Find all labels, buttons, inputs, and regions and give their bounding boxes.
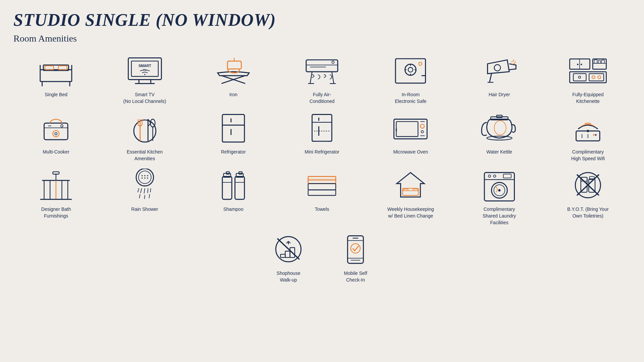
wifi-label: ComplimentaryHigh Speed Wifi — [571, 149, 605, 162]
amenity-kitchen-amenities: Essential KitchenAmenities — [102, 111, 187, 162]
svg-rect-125 — [226, 172, 229, 174]
svg-rect-138 — [404, 189, 408, 191]
svg-rect-139 — [413, 189, 418, 191]
svg-point-30 — [405, 64, 416, 75]
svg-point-49 — [577, 64, 578, 65]
svg-line-120 — [139, 194, 140, 198]
svg-rect-44 — [589, 73, 604, 81]
svg-rect-123 — [222, 177, 232, 199]
electronic-safe-icon — [390, 54, 431, 87]
amenity-mobile-checkin: Mobile SelfCheck-In — [335, 233, 376, 283]
mini-refrigerator-label: Mini Refrigerator — [305, 149, 339, 156]
svg-point-50 — [581, 64, 582, 65]
svg-point-43 — [578, 76, 581, 78]
electronic-safe-label: In-RoomElectronic Safe — [395, 92, 426, 105]
amenity-towels: Towels — [279, 169, 365, 226]
svg-text:SMART: SMART — [139, 64, 151, 68]
kitchen-amenities-label: Essential KitchenAmenities — [127, 149, 163, 162]
amenity-multi-cooker: Multi-Cooker — [13, 111, 99, 162]
bath-furnishings-icon — [36, 169, 76, 202]
svg-point-84 — [421, 124, 425, 128]
amenity-housekeeping: Weekly Housekeepingw/ Bed Linen Change — [368, 169, 453, 226]
shampoo-label: Shampoo — [223, 206, 244, 213]
microwave-label: Microwave Oven — [393, 149, 428, 156]
water-kettle-label: Water Kettle — [486, 149, 512, 156]
svg-line-117 — [144, 188, 145, 193]
smart-tv-icon: SMART TV — [124, 54, 165, 87]
svg-point-147 — [498, 189, 500, 192]
svg-line-122 — [149, 194, 149, 198]
amenity-smart-tv: SMART TV Smart TV(No Local Channels) — [102, 54, 187, 105]
svg-point-58 — [55, 133, 57, 135]
svg-rect-132 — [308, 184, 336, 190]
svg-point-91 — [494, 121, 506, 135]
svg-rect-53 — [594, 60, 597, 63]
amenity-bath-furnishings: Designer BathFurnishings — [13, 169, 99, 226]
laundry-icon — [479, 169, 520, 202]
wifi-icon — [568, 111, 608, 145]
amenity-microwave: Microwave Oven — [368, 111, 453, 162]
svg-point-60 — [61, 125, 63, 127]
smart-tv-label: Smart TV(No Local Channels) — [123, 92, 166, 105]
svg-point-38 — [494, 65, 500, 71]
shophouse-label: ShophouseWalk-up — [277, 270, 301, 283]
svg-line-26 — [332, 72, 334, 83]
amenity-laundry: ComplimentaryShared LaundryFacilities — [457, 169, 542, 226]
shampoo-icon — [213, 169, 254, 202]
svg-point-114 — [147, 178, 148, 179]
amenities-grid: Single Bed SMART TV Smart TV(No Local Ch… — [13, 54, 631, 226]
air-conditioned-icon — [302, 54, 342, 87]
towels-icon — [302, 169, 342, 202]
svg-rect-54 — [598, 60, 600, 63]
amenity-hair-dryer: Hair Dryer — [457, 54, 542, 105]
svg-point-111 — [147, 175, 148, 177]
water-kettle-icon — [479, 111, 520, 145]
svg-rect-131 — [308, 177, 336, 184]
svg-point-12 — [144, 74, 146, 75]
kitchen-amenities-icon — [124, 111, 165, 145]
multi-cooker-label: Multi-Cooker — [43, 149, 69, 156]
svg-point-143 — [493, 175, 496, 177]
svg-rect-144 — [503, 174, 511, 178]
svg-point-97 — [587, 130, 589, 132]
svg-line-116 — [140, 188, 142, 193]
shophouse-icon — [268, 233, 309, 266]
hair-dryer-label: Hair Dryer — [489, 92, 510, 98]
svg-rect-2 — [45, 66, 54, 70]
single-bed-label: Single Bed — [45, 92, 67, 98]
svg-point-110 — [144, 175, 146, 177]
byot-label: B.Y.O.T. (Bring YourOwn Toiletries) — [567, 206, 608, 219]
amenity-iron: Iron — [191, 54, 276, 105]
svg-point-23 — [332, 61, 334, 63]
rain-shower-icon — [124, 169, 165, 202]
amenity-shophouse: ShophouseWalk-up — [268, 233, 309, 283]
single-bed-icon — [36, 54, 76, 87]
mini-refrigerator-icon — [302, 111, 342, 145]
amenity-single-bed: Single Bed — [13, 54, 99, 105]
svg-point-113 — [144, 178, 146, 179]
svg-point-31 — [408, 67, 413, 72]
svg-rect-68 — [222, 115, 245, 142]
svg-point-57 — [53, 131, 59, 137]
svg-rect-74 — [312, 115, 332, 141]
amenity-byot: B.Y.O.T. (Bring YourOwn Toiletries) — [545, 169, 631, 226]
svg-line-118 — [148, 188, 148, 193]
amenity-wifi: ComplimentaryHigh Speed Wifi — [545, 111, 631, 162]
svg-rect-98 — [53, 172, 59, 174]
svg-rect-127 — [235, 177, 244, 199]
svg-point-109 — [141, 175, 143, 177]
svg-rect-0 — [40, 70, 72, 81]
iron-icon — [213, 54, 254, 87]
svg-point-85 — [421, 131, 424, 133]
svg-rect-133 — [308, 190, 336, 195]
svg-rect-82 — [396, 122, 418, 137]
refrigerator-label: Refrigerator — [221, 149, 246, 156]
svg-point-45 — [592, 76, 595, 79]
kitchenette-icon — [568, 54, 608, 87]
bottom-amenities-row: ShophouseWalk-up Mobile SelfCheck-In — [13, 233, 631, 283]
amenity-water-kettle: Water Kettle — [457, 111, 542, 162]
hair-dryer-icon — [479, 54, 520, 87]
svg-line-119 — [150, 188, 151, 192]
svg-rect-55 — [601, 60, 604, 63]
svg-line-121 — [144, 195, 145, 199]
